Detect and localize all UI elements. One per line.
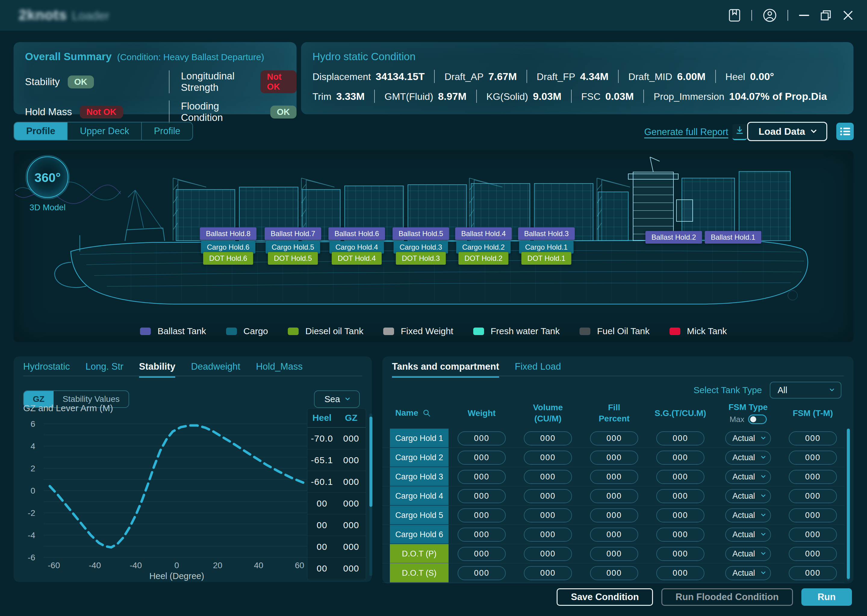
- fsm-input[interactable]: 000: [789, 489, 837, 503]
- volume-input[interactable]: 000: [524, 431, 572, 445]
- fsm-type-select[interactable]: Actual: [725, 508, 771, 522]
- weight-input[interactable]: 000: [457, 451, 506, 465]
- gz-scrollbar-thumb[interactable]: [369, 416, 372, 507]
- dot-hold-label[interactable]: DOT Hold.5: [268, 252, 318, 265]
- tank-type-dropdown[interactable]: All: [770, 382, 842, 399]
- sg-input[interactable]: 000: [656, 489, 705, 503]
- fsm-type-select[interactable]: Actual: [725, 431, 771, 445]
- fsm-input[interactable]: 000: [789, 528, 837, 542]
- view-tab-profile[interactable]: Profile: [142, 123, 192, 140]
- tank-name-cell[interactable]: D.O.T (S): [390, 563, 449, 583]
- view-tab-upper-deck[interactable]: Upper Deck: [68, 123, 142, 140]
- fsm-type-select[interactable]: Actual: [725, 470, 771, 484]
- fsm-type-select[interactable]: Actual: [725, 528, 771, 542]
- tank-name-cell[interactable]: Cargo Hold 3: [390, 467, 449, 486]
- fsm-type-select[interactable]: Actual: [725, 566, 771, 580]
- tab-tanks-and-compartment[interactable]: Tanks and compartment: [392, 361, 499, 378]
- cargo-hold-label[interactable]: Cargo Hold.2: [456, 241, 511, 253]
- ballast-hold-label[interactable]: Ballast Hold.4: [455, 227, 512, 240]
- close-button[interactable]: [842, 9, 854, 21]
- sg-input[interactable]: 000: [656, 431, 705, 445]
- sg-input[interactable]: 000: [656, 451, 705, 465]
- dot-hold-label[interactable]: DOT Hold.4: [332, 252, 382, 265]
- run-flooded-condition-button[interactable]: Run Flooded Condition: [661, 588, 793, 606]
- tank-name-cell[interactable]: Cargo Hold 6: [390, 525, 449, 544]
- sg-input[interactable]: 000: [656, 528, 705, 542]
- maximize-button[interactable]: [820, 9, 831, 21]
- minimize-button[interactable]: [799, 14, 809, 17]
- weight-input[interactable]: 000: [457, 566, 506, 580]
- fsm-input[interactable]: 000: [789, 470, 837, 484]
- tank-name-cell[interactable]: Cargo Hold 2: [390, 448, 449, 467]
- ballast-hold-label[interactable]: Ballast Hold.1: [705, 231, 761, 244]
- fsm-type-select[interactable]: Actual: [725, 451, 771, 465]
- cargo-hold-label[interactable]: Cargo Hold.6: [201, 241, 255, 253]
- fill-percent-input[interactable]: 000: [590, 431, 638, 445]
- sg-input[interactable]: 000: [656, 547, 705, 561]
- fsm-input[interactable]: 000: [789, 451, 837, 465]
- fill-percent-input[interactable]: 000: [590, 547, 638, 561]
- ballast-hold-label[interactable]: Ballast Hold.3: [518, 227, 575, 240]
- tab-deadweight[interactable]: Deadweight: [191, 361, 240, 378]
- run-button[interactable]: Run: [801, 588, 852, 606]
- ballast-hold-label[interactable]: Ballast Hold.5: [393, 227, 449, 240]
- bookmark-save-icon[interactable]: [728, 8, 741, 22]
- volume-input[interactable]: 000: [524, 528, 572, 542]
- fill-percent-input[interactable]: 000: [590, 489, 638, 503]
- tab-long-str[interactable]: Long. Str: [85, 361, 123, 378]
- dot-hold-label[interactable]: DOT Hold.6: [203, 252, 253, 265]
- volume-input[interactable]: 000: [524, 508, 572, 522]
- cargo-hold-label[interactable]: Cargo Hold.5: [265, 241, 320, 253]
- tank-name-cell[interactable]: Cargo Hold 4: [390, 486, 449, 506]
- tab-hold-mass[interactable]: Hold_Mass: [256, 361, 303, 378]
- fill-percent-input[interactable]: 000: [590, 566, 638, 580]
- fill-percent-input[interactable]: 000: [590, 528, 638, 542]
- fsm-input[interactable]: 000: [789, 566, 837, 580]
- generate-report-link[interactable]: Generate full Report: [644, 124, 747, 140]
- tab-fixed-load[interactable]: Fixed Load: [515, 361, 561, 378]
- weight-input[interactable]: 000: [457, 547, 506, 561]
- weight-input[interactable]: 000: [457, 470, 506, 484]
- cargo-hold-label[interactable]: Cargo Hold.4: [329, 241, 384, 253]
- volume-input[interactable]: 000: [524, 470, 572, 484]
- tank-name-cell[interactable]: Cargo Hold 1: [390, 429, 449, 448]
- user-info-icon[interactable]: [763, 8, 777, 22]
- volume-input[interactable]: 000: [524, 451, 572, 465]
- fill-percent-input[interactable]: 000: [590, 451, 638, 465]
- view-tab-profile[interactable]: Profile: [14, 123, 68, 140]
- tank-name-cell[interactable]: Cargo Hold 5: [390, 506, 449, 525]
- weight-input[interactable]: 000: [457, 508, 506, 522]
- dot-hold-label[interactable]: DOT Hold.3: [396, 252, 446, 265]
- dot-hold-label[interactable]: DOT Hold.2: [459, 252, 508, 265]
- cargo-hold-label[interactable]: Cargo Hold.1: [519, 241, 574, 253]
- volume-input[interactable]: 000: [524, 566, 572, 580]
- sea-dropdown[interactable]: Sea: [314, 390, 360, 408]
- weight-input[interactable]: 000: [457, 431, 506, 445]
- fsm-type-select[interactable]: Actual: [725, 547, 771, 561]
- sg-input[interactable]: 000: [656, 508, 705, 522]
- ballast-hold-label[interactable]: Ballast Hold.7: [265, 227, 321, 240]
- fsm-input[interactable]: 000: [789, 508, 837, 522]
- sg-input[interactable]: 000: [656, 566, 705, 580]
- dot-hold-label[interactable]: DOT Hold.1: [522, 252, 571, 265]
- weight-input[interactable]: 000: [457, 489, 506, 503]
- weight-input[interactable]: 000: [457, 528, 506, 542]
- fsm-input[interactable]: 000: [789, 431, 837, 445]
- volume-input[interactable]: 000: [524, 489, 572, 503]
- list-view-button[interactable]: [836, 123, 854, 140]
- tab-hydrostatic[interactable]: Hydrostatic: [23, 361, 70, 378]
- cargo-hold-label[interactable]: Cargo Hold.3: [394, 241, 448, 253]
- save-condition-button[interactable]: Save Condition: [556, 588, 653, 606]
- sg-input[interactable]: 000: [656, 470, 705, 484]
- tank-scrollbar-thumb[interactable]: [847, 429, 850, 579]
- fsm-type-select[interactable]: Actual: [725, 489, 771, 503]
- ballast-hold-label[interactable]: Ballast Hold.8: [200, 227, 257, 240]
- tank-name-cell[interactable]: D.O.T (P): [390, 544, 449, 563]
- ballast-hold-label[interactable]: Ballast Hold.2: [645, 231, 702, 244]
- fill-percent-input[interactable]: 000: [590, 508, 638, 522]
- fill-percent-input[interactable]: 000: [590, 470, 638, 484]
- fsm-input[interactable]: 000: [789, 547, 837, 561]
- volume-input[interactable]: 000: [524, 547, 572, 561]
- load-data-button[interactable]: Load Data: [747, 122, 827, 141]
- ballast-hold-label[interactable]: Ballast Hold.6: [328, 227, 385, 240]
